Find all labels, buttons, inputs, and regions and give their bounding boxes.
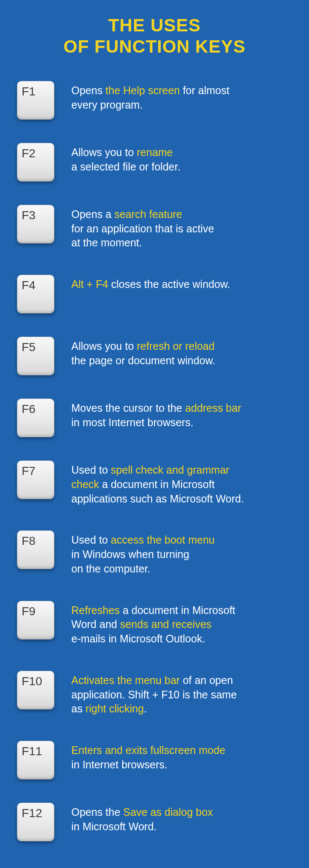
key-row: F3Opens a search feature for an applicat… [13,205,296,250]
highlight-text: search feature [114,208,182,220]
key-row: F8Used to access the boot menu in Window… [13,530,296,576]
keycap-f7: F7 [17,461,54,498]
key-row: F6Moves the cursor to the address bar in… [13,399,296,436]
description-text: Used to [71,464,111,476]
highlight-text: Save as dialog box [123,806,213,818]
keycap-f11: F11 [17,741,54,778]
key-row: F2Allows you to rename a selected file o… [13,143,296,180]
highlight-text: Activates the menu bar [71,674,180,686]
key-row: F1Opens the Help screen for almost every… [13,81,296,118]
description-text: Moves the cursor to the [71,402,185,414]
key-description: Used to spell check and grammar check a … [71,461,296,506]
description-text: Used to [71,534,111,546]
key-description: Allows you to refresh or reload the page… [71,337,296,368]
keycap-f10: F10 [17,671,54,708]
keycap-label: F10 [22,675,42,688]
key-description: Activates the menu bar of an open applic… [71,671,296,716]
keycap-label: F9 [22,605,36,618]
keycap-f12: F12 [17,803,54,840]
key-row: F4Alt + F4 closes the active window. [13,275,296,312]
key-row: F11Enters and exits fullscreen mode in I… [13,741,296,778]
title-line-1: THE USES [108,15,201,35]
description-text: the page or document window. [71,354,215,366]
keycap-label: F12 [22,807,42,820]
keycap-label: F6 [22,402,36,416]
keycap-f1: F1 [17,81,54,118]
page: THE USES OF FUNCTION KEYS F1Opens the He… [0,0,309,868]
keycap-f4: F4 [17,275,54,312]
highlight-text: Refreshes [71,604,120,616]
key-description: Alt + F4 closes the active window. [71,275,296,292]
highlight-text: address bar [185,402,241,414]
keycap-f9: F9 [17,601,54,638]
keycap-f5: F5 [17,337,54,374]
key-description: Used to access the boot menu in Windows … [71,530,296,576]
description-text: Allows you to [71,340,137,352]
key-list: F1Opens the Help screen for almost every… [13,81,296,840]
key-description: Opens the Save as dialog box in Microsof… [71,803,296,834]
highlight-text: access the boot menu [111,534,215,546]
key-description: Refreshes a document in Microsoft Word a… [71,601,296,646]
keycap-label: F11 [22,745,42,758]
description-text: . [144,703,147,714]
keycap-label: F1 [22,85,36,98]
highlight-text: refresh or reload [137,340,214,352]
key-row: F9Refreshes a document in Microsoft Word… [13,601,296,646]
key-description: Allows you to rename a selected file or … [71,143,296,174]
keycap-label: F8 [22,534,36,548]
keycap-label: F4 [22,279,36,292]
keycap-label: F3 [22,209,36,222]
highlight-text: Alt + F4 [71,278,108,290]
description-text: for an application that is active at the… [71,223,214,249]
keycap-f8: F8 [17,530,54,568]
keycap-f2: F2 [17,143,54,180]
key-description: Enters and exits fullscreen mode in Inte… [71,741,296,772]
keycap-label: F5 [22,341,36,354]
key-description: Opens the Help screen for almost every p… [71,81,296,112]
keycap-f3: F3 [17,205,54,242]
description-text: e-mails in Microsoft Outlook. [71,633,205,645]
keycap-label: F7 [22,464,36,478]
description-text: Opens [71,84,106,96]
key-description: Moves the cursor to the address bar in m… [71,399,296,430]
description-text: in Windows when turning on the computer. [71,548,189,575]
key-row: F7Used to spell check and grammar check … [13,461,296,506]
page-title: THE USES OF FUNCTION KEYS [13,15,296,58]
keycap-f6: F6 [17,399,54,436]
description-text: Opens a [71,208,114,220]
highlight-text: the Help screen [106,84,180,96]
key-row: F10Activates the menu bar of an open app… [13,671,296,716]
description-text: Allows you to [71,146,137,158]
description-text: closes the active window. [108,278,230,290]
description-text: in Internet browsers. [71,759,168,770]
highlight-text: Enters and exits fullscreen mode [71,744,225,756]
highlight-text: right clicking [85,703,144,714]
description-text: in Microsoft Word. [71,821,157,832]
description-text: in most Internet browsers. [71,416,194,428]
keycap-label: F2 [22,147,36,160]
key-row: F12Opens the Save as dialog box in Micro… [13,803,296,840]
title-line-2: OF FUNCTION KEYS [63,36,245,56]
highlight-text: rename [137,146,173,158]
key-description: Opens a search feature for an applicatio… [71,205,296,250]
description-text: a selected file or folder. [71,161,180,173]
description-text: Opens the [71,806,123,818]
highlight-text: sends and receives [120,618,211,630]
key-row: F5Allows you to refresh or reload the pa… [13,337,296,374]
